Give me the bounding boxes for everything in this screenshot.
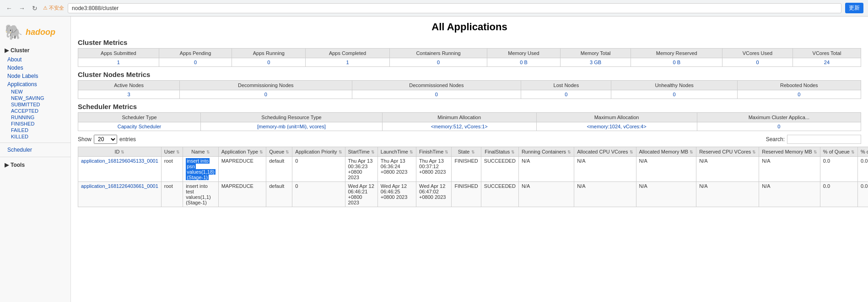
col-header-%-of-cluster[interactable]: % of Cluster ⇅ [857, 147, 868, 157]
res-mem-cell: N/A [759, 182, 820, 207]
finish-time-cell: Wed Apr 12 06:47:02 +0800 2023 [416, 182, 452, 207]
url-bar[interactable] [68, 3, 841, 13]
tools-section[interactable]: ▶ Tools [0, 160, 70, 170]
col-header-%-of-queue[interactable]: % of Queue ⇅ [820, 147, 857, 157]
col-header-application-type[interactable]: Application Type ⇅ [218, 147, 266, 157]
finish-time-cell: Thu Apr 13 00:37:12 +0800 2023 [416, 157, 452, 182]
sidebar-item-new-saving[interactable]: NEW_SAVING [0, 95, 70, 101]
sort-icon[interactable]: ⇅ [511, 150, 515, 154]
priority-cell: 0 [292, 157, 345, 182]
sidebar-item-submitted[interactable]: SUBMITTED [0, 101, 70, 108]
sort-icon[interactable]: ⇅ [851, 150, 855, 154]
sort-icon[interactable]: ⇅ [206, 150, 210, 154]
col-header-name[interactable]: Name ⇅ [183, 147, 219, 157]
back-button[interactable]: ← [5, 4, 14, 13]
sort-icon[interactable]: ⇅ [339, 150, 342, 154]
search-box: Search: [766, 135, 861, 144]
scheduler-metrics-table: Scheduler TypeScheduling Resource TypeMi… [78, 112, 861, 131]
sort-icon[interactable]: ⇅ [121, 150, 124, 154]
col-header-reserved-memory-mb[interactable]: Reserved Memory MB ⇅ [759, 147, 820, 157]
entries-select[interactable]: 102050100 [94, 135, 117, 144]
sort-icon[interactable]: ⇅ [690, 150, 693, 154]
sidebar-item-failed[interactable]: FAILED [0, 127, 70, 133]
app-id-cell: application_1681296045133_0001 [78, 157, 162, 182]
col-header-finalstatus[interactable]: FinalStatus ⇅ [481, 147, 518, 157]
res-cpu-cell: N/A [696, 157, 759, 182]
col-header-id[interactable]: ID ⇅ [78, 147, 162, 157]
sidebar-item-about[interactable]: About [0, 55, 70, 64]
page-title: All Applications [78, 21, 861, 33]
triangle-icon-tools: ▶ [5, 162, 9, 168]
sidebar-item-node-labels[interactable]: Node Labels [0, 72, 70, 80]
queue-cell: default [266, 182, 292, 207]
sidebar-item-new[interactable]: NEW [0, 88, 70, 95]
pct-cluster-cell: 0.0 [857, 182, 868, 207]
triangle-icon: ▶ [5, 47, 9, 54]
sort-icon[interactable]: ⇅ [371, 150, 375, 154]
forward-button[interactable]: → [17, 4, 27, 13]
cluster-nodes-table: Active NodesDecommissioning NodesDecommi… [78, 80, 861, 99]
sort-icon[interactable]: ⇅ [814, 150, 817, 154]
table-row: application_1681296045133_0001rootinsert… [78, 157, 868, 182]
pct-queue-cell: 0.0 [820, 157, 857, 182]
sidebar-item-accepted[interactable]: ACCEPTED [0, 108, 70, 114]
sort-icon[interactable]: ⇅ [567, 150, 571, 154]
name-cell: insert intopsnvalues(1,18)(Stage-1) [183, 157, 219, 182]
col-header-running-containers[interactable]: Running Containers ⇅ [518, 147, 574, 157]
col-header-allocated-memory-mb[interactable]: Allocated Memory MB ⇅ [636, 147, 696, 157]
update-button[interactable]: 更新 [845, 3, 863, 13]
pct-cluster-cell: 0.0 [857, 157, 868, 182]
sidebar-item-scheduler[interactable]: Scheduler [0, 146, 70, 154]
sort-icon[interactable]: ⇅ [176, 150, 180, 154]
sidebar-item-applications[interactable]: Applications [0, 80, 70, 88]
col-header-finishtime[interactable]: FinishTime ⇅ [416, 147, 452, 157]
sidebar: 🐘 hadoop ▶ Cluster About Nodes Node Labe… [0, 16, 71, 302]
cluster-section[interactable]: ▶ Cluster [0, 45, 70, 55]
state-cell: FINISHED [452, 157, 481, 182]
start-time-cell: Wed Apr 12 06:46:21 +0800 2023 [345, 182, 377, 207]
col-header-application-priority[interactable]: Application Priority ⇅ [292, 147, 345, 157]
sort-icon[interactable]: ⇅ [630, 150, 633, 154]
sidebar-item-killed[interactable]: KILLED [0, 133, 70, 140]
cluster-metrics-title: Cluster Metrics [78, 38, 861, 46]
queue-cell: default [266, 157, 292, 182]
sort-icon[interactable]: ⇅ [259, 150, 263, 154]
sidebar-item-running[interactable]: RUNNING [0, 114, 70, 121]
col-header-starttime[interactable]: StartTime ⇅ [345, 147, 377, 157]
launch-time-cell: Thu Apr 13 06:36:24 +0800 2023 [377, 157, 416, 182]
priority-cell: 0 [292, 182, 345, 207]
hadoop-elephant-icon: 🐘 [5, 23, 23, 41]
col-header-reserved-cpu-vcores[interactable]: Reserved CPU VCores ⇅ [696, 147, 759, 157]
col-header-launchtime[interactable]: LaunchTime ⇅ [377, 147, 416, 157]
final-status-cell: SUCCEEDED [481, 157, 518, 182]
col-header-state[interactable]: State ⇅ [452, 147, 481, 157]
col-header-queue[interactable]: Queue ⇅ [266, 147, 292, 157]
app-id-link[interactable]: application_1681226403661_0001 [81, 183, 158, 189]
sidebar-item-nodes[interactable]: Nodes [0, 64, 70, 72]
show-label: Show [78, 136, 92, 143]
sidebar-item-finished[interactable]: FINISHED [0, 121, 70, 127]
search-label: Search: [766, 136, 785, 143]
alloc-mem-cell: N/A [636, 157, 696, 182]
hadoop-wordmark: hadoop [26, 27, 55, 37]
col-header-allocated-cpu-vcores[interactable]: Allocated CPU VCores ⇅ [574, 147, 636, 157]
reload-button[interactable]: ↻ [30, 4, 39, 13]
app-id-cell: application_1681226403661_0001 [78, 182, 162, 207]
cluster-label: Cluster [11, 47, 29, 54]
apps-table: ID ⇅User ⇅Name ⇅Application Type ⇅Queue … [78, 147, 868, 207]
running-containers-cell: N/A [518, 157, 574, 182]
sort-icon[interactable]: ⇅ [410, 150, 413, 154]
sort-icon[interactable]: ⇅ [286, 150, 289, 154]
user-cell: root [161, 157, 183, 182]
sort-icon[interactable]: ⇅ [445, 150, 448, 154]
alloc-mem-cell: N/A [636, 182, 696, 207]
user-cell: root [161, 182, 183, 207]
browser-chrome: ← → ↻ ⚠ 不安全 更新 [0, 0, 868, 16]
search-input[interactable] [787, 135, 861, 144]
app-id-link[interactable]: application_1681296045133_0001 [81, 158, 158, 164]
sort-icon[interactable]: ⇅ [471, 150, 475, 154]
alloc-cpu-cell: N/A [574, 182, 636, 207]
start-time-cell: Thu Apr 13 00:36:23 +0800 2023 [345, 157, 377, 182]
col-header-user[interactable]: User ⇅ [161, 147, 183, 157]
sort-icon[interactable]: ⇅ [752, 150, 756, 154]
